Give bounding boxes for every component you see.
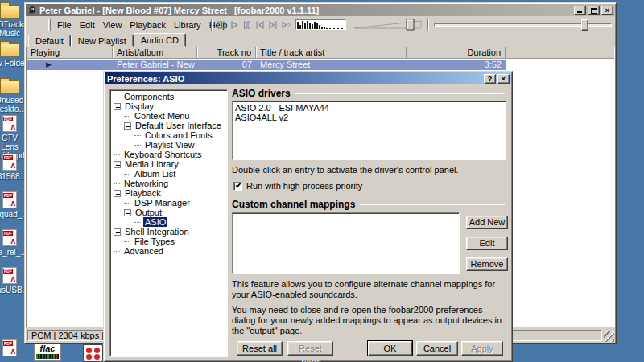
column-artist-album[interactable]: Artist/album xyxy=(113,47,197,58)
collapse-icon[interactable] xyxy=(114,190,121,197)
cancel-button[interactable]: Cancel xyxy=(416,341,458,356)
separator xyxy=(427,19,429,31)
tree-item-shell-integration[interactable]: Shell Integration xyxy=(110,227,227,237)
tree-item-asio[interactable]: ASIO xyxy=(110,217,227,227)
folder-icon xyxy=(0,5,19,19)
reset-page-button[interactable]: Reset page xyxy=(287,341,333,356)
maximize-button[interactable] xyxy=(588,6,600,15)
tree-item-output[interactable]: Output xyxy=(110,208,227,217)
pause-button[interactable] xyxy=(242,19,253,31)
pdf-icon: PDFʌ xyxy=(2,267,17,284)
play-button[interactable] xyxy=(229,19,240,31)
desktop-icon-folder[interactable]: ew Folder xyxy=(0,40,27,68)
desktop-icon-folder[interactable]: HDTracks Music xyxy=(0,2,27,38)
collapse-icon[interactable] xyxy=(114,228,121,236)
menu-file[interactable]: File xyxy=(53,19,76,31)
desktop-icon-label: HDTracks Music xyxy=(0,20,27,38)
tree-item-networking[interactable]: Networking xyxy=(110,179,227,188)
window-titlebar[interactable]: Peter Gabriel - [New Blood #07] Mercy St… xyxy=(26,4,615,16)
tree-item-file-types[interactable]: File Types xyxy=(110,237,227,246)
preferences-tree[interactable]: ComponentsDisplayContext MenuDefault Use… xyxy=(109,89,228,357)
collapse-icon[interactable] xyxy=(124,209,131,216)
desktop-icon-pdf[interactable]: PDFʌice_rel_... xyxy=(0,228,27,257)
desktop-icon-pdf[interactable]: PDFʌe_quad_... xyxy=(0,191,27,219)
tab-audio-cd[interactable]: Audio CD xyxy=(134,33,186,47)
dialog-titlebar[interactable]: Preferences: ASIO ? × xyxy=(105,72,511,84)
tree-item-label: Context Menu xyxy=(133,111,191,121)
resize-grip[interactable] xyxy=(604,331,614,342)
tree-item-label: Components xyxy=(122,92,175,101)
collapse-icon[interactable] xyxy=(114,161,121,168)
tree-item-display[interactable]: Display xyxy=(110,101,227,111)
transport-controls: ? xyxy=(216,18,291,31)
tree-item-media-library[interactable]: Media Library xyxy=(110,159,227,169)
remove-button[interactable]: Remove xyxy=(466,257,508,271)
collapse-icon[interactable] xyxy=(124,122,131,130)
menu-view[interactable]: View xyxy=(99,19,126,31)
dialog-close-button[interactable]: × xyxy=(497,74,510,84)
tree-item-keyboard-shortcuts[interactable]: Keyboard Shortcuts xyxy=(110,150,227,159)
stop-button[interactable] xyxy=(216,19,227,31)
tree-connector xyxy=(124,241,130,242)
svg-text:?: ? xyxy=(287,22,291,29)
custom-mappings-list[interactable] xyxy=(232,212,460,274)
seek-thumb[interactable] xyxy=(581,19,588,31)
desktop-icon-pdf[interactable]: PDFʌ xyxy=(0,339,27,356)
toolbar-grip[interactable] xyxy=(48,19,51,31)
tree-item-advanced[interactable]: Advanced xyxy=(110,246,227,256)
seek-bar[interactable] xyxy=(434,23,612,27)
menu-library[interactable]: Library xyxy=(170,19,205,31)
tab-new-playlist[interactable]: New Playlist xyxy=(71,35,134,47)
tree-item-colors-and-fonts[interactable]: Colors and Fonts xyxy=(110,130,227,140)
tree-item-label: Playlist View xyxy=(143,140,196,150)
desktop-icon-pdf[interactable]: PDFʌ231568... xyxy=(0,153,27,181)
apply-button[interactable]: Apply xyxy=(461,341,503,356)
driver-item[interactable]: ASIO4ALL v2 xyxy=(233,113,506,122)
menu-edit[interactable]: Edit xyxy=(76,19,99,31)
add-new-button[interactable]: Add New xyxy=(466,216,508,229)
ok-button[interactable]: OK xyxy=(368,341,412,356)
collapse-icon[interactable] xyxy=(114,103,121,110)
folder-icon xyxy=(0,80,19,94)
column-duration[interactable]: Duration xyxy=(407,47,506,58)
tree-connector xyxy=(134,222,141,223)
previous-button[interactable] xyxy=(254,19,266,31)
asio-drivers-list[interactable]: ASIO 2.0 - ESI MAYA44ASIO4ALL v2 xyxy=(232,101,506,160)
menu-playback[interactable]: Playback xyxy=(126,19,170,31)
minimize-button[interactable] xyxy=(574,6,586,15)
column-track-no[interactable]: Track no xyxy=(197,47,256,58)
playlist-row-playing[interactable]: ▶ Peter Gabriel - New Blood 07 Mercy Str… xyxy=(27,60,506,70)
flac-logo-bars xyxy=(36,354,59,359)
tree-item-label: Default User Interface xyxy=(134,121,223,130)
flac-file-icon[interactable]: flac xyxy=(34,343,61,361)
help-button[interactable]: ? xyxy=(484,74,496,84)
tree-connector xyxy=(134,135,141,136)
tree-connector xyxy=(114,97,120,97)
tab-default[interactable]: Default xyxy=(28,35,71,47)
column-playing[interactable]: Playing xyxy=(27,47,113,58)
driver-item[interactable]: ASIO 2.0 - ESI MAYA44 xyxy=(233,103,506,113)
desktop-icon-pdf[interactable]: PDFʌutusUSB... xyxy=(0,266,27,294)
preferences-dialog: Preferences: ASIO ? × ComponentsDisplayC… xyxy=(103,71,513,362)
tree-item-label: Networking xyxy=(122,179,170,188)
tree-item-default-user-interface[interactable]: Default User Interface xyxy=(110,121,227,130)
red-dots-file-icon[interactable] xyxy=(83,344,103,362)
tree-item-playlist-view[interactable]: Playlist View xyxy=(110,140,227,150)
tree-item-album-list[interactable]: Album List xyxy=(110,169,227,179)
tree-item-components[interactable]: Components xyxy=(110,92,227,101)
desktop-icon-folder[interactable]: Unused Deskto... xyxy=(0,77,27,113)
close-button[interactable]: × xyxy=(601,6,613,15)
tree-item-playback[interactable]: Playback xyxy=(110,188,227,198)
edit-button[interactable]: Edit xyxy=(466,237,508,250)
tree-item-label: Shell Integration xyxy=(123,227,191,237)
tree-item-dsp-manager[interactable]: DSP Manager xyxy=(110,198,227,208)
random-button[interactable]: ? xyxy=(280,19,291,31)
next-button[interactable] xyxy=(267,19,279,31)
high-priority-checkbox[interactable]: ✔ xyxy=(233,182,242,191)
reset-all-button[interactable]: Reset all xyxy=(237,341,283,356)
tree-item-context-menu[interactable]: Context Menu xyxy=(110,111,227,121)
cell-track-no: 07 xyxy=(197,60,256,70)
play-indicator-icon: ▶ xyxy=(27,60,113,70)
volume-slider[interactable] xyxy=(353,19,424,31)
column-title-track-artist[interactable]: Title / track artist xyxy=(256,47,407,58)
